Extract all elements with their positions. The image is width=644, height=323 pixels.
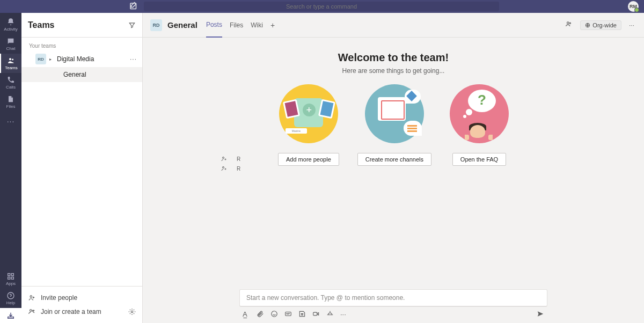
new-chat-icon[interactable] <box>129 2 138 11</box>
command-search[interactable] <box>144 2 499 11</box>
svg-point-14 <box>570 23 571 24</box>
main-content: RD General Posts Files Wiki + Org-wide ·… <box>143 13 644 323</box>
meet-now-icon[interactable] <box>312 310 320 318</box>
manage-teams-gear-icon[interactable] <box>128 308 136 315</box>
ellipsis-icon: ··· <box>7 117 15 126</box>
rail-calls[interactable]: Calls <box>0 73 21 92</box>
filter-icon[interactable] <box>128 21 136 29</box>
sticker-icon[interactable] <box>298 310 306 318</box>
svg-point-16 <box>223 157 224 159</box>
app-rail: Activity Chat Teams Calls Files ··· Apps… <box>0 13 21 323</box>
channel-title: General <box>167 20 197 30</box>
channel-general[interactable]: General <box>21 67 142 82</box>
create-channels-illustration <box>365 84 424 143</box>
invite-people-button[interactable]: Invite people <box>21 291 142 305</box>
team-more-icon[interactable]: ··· <box>130 55 137 63</box>
team-name: Digital Media <box>57 55 127 63</box>
welcome-subtitle: Here are some things to get going... <box>143 67 644 75</box>
format-icon[interactable]: A̲ <box>243 310 250 318</box>
svg-rect-3 <box>8 274 10 276</box>
rail-download[interactable] <box>0 308 21 323</box>
compose-box[interactable]: Start a new conversation. Type @ to ment… <box>239 289 547 307</box>
person-add-icon <box>221 156 227 162</box>
person-add-icon <box>221 165 227 172</box>
svg-point-7 <box>8 292 14 299</box>
collapse-icon: ▸ <box>49 57 54 62</box>
svg-rect-22 <box>313 312 317 315</box>
channel-more-icon[interactable]: ··· <box>627 21 636 29</box>
compose-more-icon[interactable]: ··· <box>340 310 348 318</box>
team-tile: RD <box>35 54 46 64</box>
welcome-title: Welcome to the team! <box>143 52 644 64</box>
tab-posts[interactable]: Posts <box>206 13 222 38</box>
join-team-icon <box>28 308 35 315</box>
add-people-button[interactable]: Add more people <box>278 153 339 166</box>
create-channels-button[interactable]: Create more channels <box>357 153 431 166</box>
svg-rect-8 <box>8 317 14 319</box>
svg-rect-4 <box>11 274 13 276</box>
svg-point-2 <box>12 59 13 61</box>
svg-point-17 <box>223 167 224 168</box>
rail-more[interactable]: ··· <box>0 112 21 131</box>
compose-toolbar: A̲ ··· <box>239 310 547 318</box>
user-avatar[interactable]: RM <box>628 1 639 12</box>
rail-chat[interactable]: Chat <box>0 34 21 54</box>
open-faq-button[interactable]: Open the FAQ <box>452 153 506 166</box>
svg-rect-6 <box>11 277 13 279</box>
svg-point-21 <box>303 313 303 314</box>
rail-teams[interactable]: Teams <box>0 54 21 73</box>
svg-rect-5 <box>8 277 10 279</box>
svg-point-18 <box>272 311 277 317</box>
rail-help[interactable]: Help <box>0 289 21 308</box>
attach-icon[interactable] <box>257 310 264 318</box>
svg-point-20 <box>301 313 302 314</box>
faq-illustration <box>450 84 509 143</box>
add-people-illustration: Maxine <box>279 84 338 143</box>
search-input[interactable] <box>144 3 499 10</box>
invite-icon <box>28 294 35 302</box>
rail-files[interactable]: Files <box>0 92 21 112</box>
your-teams-label: Your teams <box>21 38 142 51</box>
join-create-team-button[interactable]: Join or create a team <box>28 308 101 315</box>
stream-icon[interactable] <box>326 310 334 318</box>
channel-header: RD General Posts Files Wiki + Org-wide ·… <box>143 13 644 38</box>
team-list-panel: Teams Your teams RD ▸ Digital Media ··· … <box>21 13 143 323</box>
team-info-icon[interactable] <box>563 20 575 30</box>
svg-point-10 <box>30 310 32 312</box>
tab-wiki[interactable]: Wiki <box>251 13 263 38</box>
emoji-icon[interactable] <box>270 310 278 318</box>
system-activity: R R <box>221 156 240 172</box>
title-bar: RM <box>0 0 644 13</box>
tab-files[interactable]: Files <box>230 13 243 38</box>
svg-point-12 <box>131 311 133 313</box>
org-wide-button[interactable]: Org-wide <box>580 20 621 30</box>
gif-icon[interactable] <box>284 310 292 318</box>
teams-heading: Teams <box>28 20 128 30</box>
header-team-tile: RD <box>150 19 162 31</box>
org-icon <box>585 23 590 28</box>
svg-point-13 <box>567 22 569 24</box>
add-tab-button[interactable]: + <box>270 21 275 30</box>
rail-apps[interactable]: Apps <box>0 269 21 289</box>
team-row-digital-media[interactable]: RD ▸ Digital Media ··· <box>21 51 142 67</box>
send-icon[interactable] <box>537 310 544 318</box>
rail-activity[interactable]: Activity <box>0 15 21 34</box>
svg-point-1 <box>9 58 11 60</box>
svg-point-9 <box>30 296 32 298</box>
